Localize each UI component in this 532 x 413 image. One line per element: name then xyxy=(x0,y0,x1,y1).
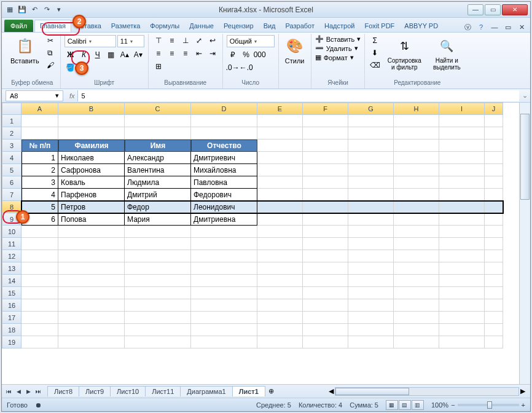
cell-C13[interactable] xyxy=(125,262,191,275)
font-grow-icon[interactable]: A▴ xyxy=(119,49,131,60)
cell-E2[interactable] xyxy=(257,127,303,140)
cell-B9[interactable]: Попова xyxy=(58,213,125,226)
cell-B12[interactable] xyxy=(58,250,125,262)
minimize-ribbon-icon[interactable]: ⓥ xyxy=(463,22,472,32)
cell-F7[interactable] xyxy=(303,189,348,201)
cell-E1[interactable] xyxy=(257,115,303,127)
cell-H17[interactable] xyxy=(394,312,439,324)
sort-filter-button[interactable]: ⇅ Сортировка и фильтр xyxy=(383,35,425,72)
cell-H15[interactable] xyxy=(394,287,439,299)
font-size-dropdown[interactable]: 11▾ xyxy=(117,35,144,47)
orientation-icon[interactable]: ⤢ xyxy=(193,35,205,46)
tab-file[interactable]: Файл xyxy=(4,20,33,32)
cell-G8[interactable] xyxy=(348,201,394,213)
cell-C6[interactable]: Людмила xyxy=(125,176,191,189)
redo-icon[interactable]: ↷ xyxy=(41,4,52,15)
indent-inc-icon[interactable]: ⇥ xyxy=(206,48,219,59)
cell-H19[interactable] xyxy=(394,336,439,348)
cell-D18[interactable] xyxy=(191,324,257,336)
autosum-icon[interactable]: Σ xyxy=(369,35,381,46)
cell-B11[interactable] xyxy=(58,238,125,250)
cell-J14[interactable] xyxy=(485,275,503,287)
cell-G10[interactable] xyxy=(348,226,394,238)
cell-B18[interactable] xyxy=(58,324,125,336)
tab-review[interactable]: Рецензир xyxy=(219,20,259,32)
excel-icon[interactable]: ▦ xyxy=(4,4,15,15)
hscroll-left-icon[interactable]: ◀ xyxy=(329,387,334,395)
cell-E3[interactable] xyxy=(257,140,303,152)
cell-H8[interactable] xyxy=(394,201,439,213)
decimal-dec-icon[interactable]: ←.0 xyxy=(240,62,252,73)
tab-home[interactable]: Главная xyxy=(34,20,71,32)
cell-J9[interactable] xyxy=(485,213,503,226)
cell-B6[interactable]: Коваль xyxy=(58,176,125,189)
cell-F12[interactable] xyxy=(303,250,348,262)
cell-H1[interactable] xyxy=(394,115,439,127)
sheet-nav-first-icon[interactable]: ⏮ xyxy=(4,387,13,396)
cell-G7[interactable] xyxy=(348,189,394,201)
cell-H13[interactable] xyxy=(394,262,439,275)
cell-G5[interactable] xyxy=(348,164,394,176)
cell-H5[interactable] xyxy=(394,164,439,176)
cell-C1[interactable] xyxy=(125,115,191,127)
cell-G13[interactable] xyxy=(348,262,394,275)
cell-I19[interactable] xyxy=(439,336,485,348)
sheet-tab-Лист11[interactable]: Лист11 xyxy=(145,386,181,396)
cell-D17[interactable] xyxy=(191,312,257,324)
zoom-slider[interactable] xyxy=(458,404,519,406)
cell-J16[interactable] xyxy=(485,299,503,312)
cell-H10[interactable] xyxy=(394,226,439,238)
font-shrink-icon[interactable]: A▾ xyxy=(132,49,144,60)
cell-F11[interactable] xyxy=(303,238,348,250)
col-header-C[interactable]: C xyxy=(125,103,191,115)
cell-F10[interactable] xyxy=(303,226,348,238)
cell-I10[interactable] xyxy=(439,226,485,238)
cell-A3[interactable]: № п/п xyxy=(22,140,58,152)
percent-icon[interactable]: % xyxy=(240,49,252,60)
view-normal-icon[interactable]: ▦ xyxy=(386,400,398,410)
cell-J5[interactable] xyxy=(485,164,503,176)
cell-G18[interactable] xyxy=(348,324,394,336)
align-middle-icon[interactable]: ≡ xyxy=(166,35,178,46)
cell-C8[interactable]: Федор xyxy=(125,201,191,213)
cell-F19[interactable] xyxy=(303,336,348,348)
sheet-tab-Диаграмма1[interactable]: Диаграмма1 xyxy=(180,386,232,396)
row-header-16[interactable]: 16 xyxy=(2,299,22,312)
tab-formulas[interactable]: Формулы xyxy=(145,20,184,32)
cell-E7[interactable] xyxy=(257,189,303,201)
sheet-tab-Лист8[interactable]: Лист8 xyxy=(47,386,79,396)
fill-icon[interactable]: ⬇ xyxy=(369,47,381,58)
zoom-level[interactable]: 100% xyxy=(431,401,448,409)
cell-F16[interactable] xyxy=(303,299,348,312)
cell-A2[interactable] xyxy=(22,127,58,140)
cell-D2[interactable] xyxy=(191,127,257,140)
tab-layout[interactable]: Разметка xyxy=(106,20,146,32)
cell-H18[interactable] xyxy=(394,324,439,336)
cell-A11[interactable] xyxy=(22,238,58,250)
row-header-3[interactable]: 3 xyxy=(2,140,22,152)
font-name-dropdown[interactable]: Calibri▾ xyxy=(65,35,116,47)
cell-I13[interactable] xyxy=(439,262,485,275)
qat-more-icon[interactable]: ▾ xyxy=(53,4,65,15)
copy-icon[interactable]: ⧉ xyxy=(44,47,57,58)
row-header-14[interactable]: 14 xyxy=(2,275,22,287)
cell-I5[interactable] xyxy=(439,164,485,176)
cell-F13[interactable] xyxy=(303,262,348,275)
cell-F2[interactable] xyxy=(303,127,348,140)
cell-A14[interactable] xyxy=(22,275,58,287)
cell-E11[interactable] xyxy=(257,238,303,250)
align-top-icon[interactable]: ⊤ xyxy=(152,35,165,46)
tab-developer[interactable]: Разработ xyxy=(281,20,319,32)
cell-F3[interactable] xyxy=(303,140,348,152)
cell-I16[interactable] xyxy=(439,299,485,312)
cell-A13[interactable] xyxy=(22,262,58,275)
cell-B5[interactable]: Сафронова xyxy=(58,164,125,176)
cell-J17[interactable] xyxy=(485,312,503,324)
cell-E15[interactable] xyxy=(257,287,303,299)
view-layout-icon[interactable]: ▤ xyxy=(399,400,411,410)
cell-C11[interactable] xyxy=(125,238,191,250)
cell-I6[interactable] xyxy=(439,176,485,189)
align-right-icon[interactable]: ≡ xyxy=(179,48,192,59)
tab-abbyy[interactable]: ABBYY PD xyxy=(399,20,443,32)
sheet-nav-last-icon[interactable]: ⏭ xyxy=(34,387,42,396)
